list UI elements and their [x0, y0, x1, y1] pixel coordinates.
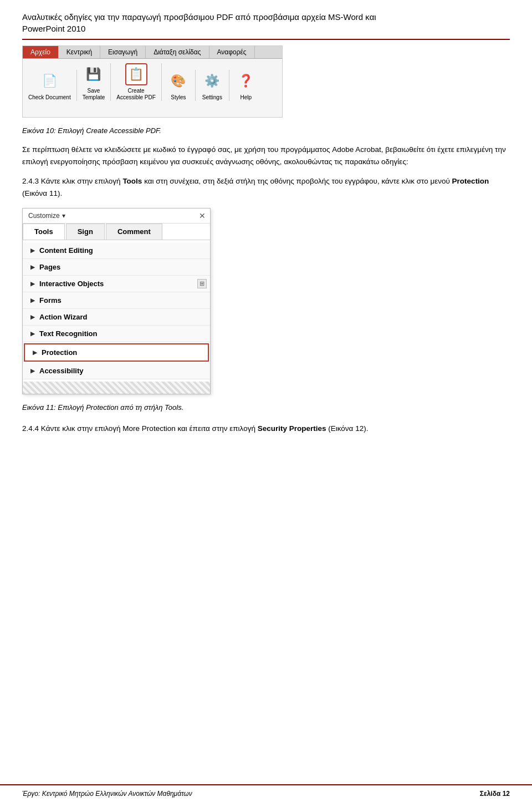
figure11-caption: Εικόνα 11: Επιλογή Protection από τη στή…	[22, 403, 510, 412]
step-243-number: 2.4.3	[22, 177, 39, 185]
arrow-icon-forms: ▶	[30, 297, 35, 303]
page-container: Αναλυτικές οδηγίες για την παραγωγή προσ…	[0, 0, 532, 802]
step-243-text-after: (Εικόνα 11).	[22, 189, 62, 197]
ribbon-tab-eisagogi[interactable]: Εισαγωγή	[100, 46, 146, 58]
help-label: Help	[241, 94, 252, 101]
menu-item-text-recognition[interactable]: ▶ Text Recognition	[23, 326, 210, 342]
save-template-label: SaveTemplate	[83, 88, 105, 101]
step-244: 2.4.4 Κάντε κλικ στην επιλογή More Prote…	[22, 423, 510, 435]
styles-icon[interactable]: 🎨	[167, 70, 190, 92]
page-title: Αναλυτικές οδηγίες για την παραγωγή προσ…	[22, 11, 510, 40]
ribbon-tab-diataxi[interactable]: Διάταξη σελίδας	[146, 46, 209, 58]
ribbon-body: 📄 Check Document 💾 SaveTemplate 📋 Create…	[23, 59, 282, 105]
grid-icon[interactable]: ⊞	[197, 279, 207, 288]
arrow-icon-pages: ▶	[30, 264, 35, 270]
menu-item-action-wizard[interactable]: ▶ Action Wizard	[23, 309, 210, 326]
ribbon-group-settings: ⚙️ Settings	[201, 70, 229, 101]
settings-label: Settings	[202, 94, 222, 101]
step-244-text-after: (Εικόνα 12).	[328, 424, 368, 433]
create-accessible-pdf-label: CreateAccessible PDF	[116, 88, 156, 101]
settings-icon[interactable]: ⚙️	[201, 70, 223, 92]
panel-customize-label[interactable]: Customize ▾	[23, 209, 210, 224]
check-document-icon[interactable]: 📄	[38, 70, 60, 92]
footer-right-text: Σελίδα 12	[480, 790, 510, 798]
step-244-text: Κάντε κλικ στην επιλογή More Protection …	[41, 424, 258, 433]
arrow-icon-action-wizard: ▶	[30, 314, 35, 320]
arrow-icon-content-editing: ▶	[30, 247, 35, 253]
step-243-text-middle: και στη συνέχεια, στη δεξιά στήλη της οθ…	[144, 177, 452, 185]
arrow-icon-accessibility: ▶	[30, 368, 35, 374]
ribbon-tabs: Αρχείο Κεντρική Εισαγωγή Διάταξη σελίδας…	[23, 46, 282, 59]
help-icon[interactable]: ❓	[235, 70, 257, 92]
arrow-icon-protection: ▶	[33, 349, 37, 356]
save-template-icon[interactable]: 💾	[83, 63, 105, 85]
step-243-text-before: Κάντε κλικ στην επιλογή	[41, 177, 123, 185]
arrow-icon-text-recognition: ▶	[30, 331, 35, 337]
tab-sign[interactable]: Sign	[66, 224, 105, 240]
step-244-number: 2.4.4	[22, 424, 39, 433]
menu-item-pages[interactable]: ▶ Pages	[23, 259, 210, 276]
arrow-icon-interactive-objects: ▶	[30, 281, 35, 287]
step-243: 2.4.3 Κάντε κλικ στην επιλογή Tools και …	[22, 175, 510, 199]
panel-footer	[23, 382, 210, 394]
ribbon-container: Αρχείο Κεντρική Εισαγωγή Διάταξη σελίδας…	[22, 45, 283, 118]
ribbon-group-create: 📋 CreateAccessible PDF	[116, 63, 162, 101]
step-243-bold-protection: Protection	[452, 177, 489, 185]
styles-label: Styles	[171, 94, 186, 101]
ribbon-group-styles: 🎨 Styles	[167, 70, 196, 101]
page-footer: Έργο: Κεντρικό Μητρώο Ελληνικών Ανοικτών…	[0, 784, 532, 802]
panel-close-button[interactable]: ✕	[199, 211, 206, 220]
tools-tabs: Tools Sign Comment	[23, 224, 210, 240]
tools-menu: ▶ Content Editing ▶ Pages ▶ Interactive …	[23, 240, 210, 382]
step-244-bold-security: Security Properties	[258, 424, 326, 433]
paragraph1: Σε περίπτωση θέλετε να κλειδώσετε με κωδ…	[22, 144, 510, 167]
ribbon-group-check: 📄 Check Document	[28, 70, 77, 101]
figure10-caption: Εικόνα 10: Επιλογή Create Accessible PDF…	[22, 126, 510, 135]
footer-left-text: Έργο: Κεντρικό Μητρώο Ελληνικών Ανοικτών…	[22, 790, 192, 798]
step-243-bold-tools: Tools	[122, 177, 142, 185]
menu-item-interactive-objects[interactable]: ▶ Interactive Objects	[23, 276, 210, 292]
tools-panel: ✕ Customize ▾ Tools Sign Comment ⊞ ▶ Con…	[22, 208, 211, 394]
ribbon-tab-arxeio[interactable]: Αρχείο	[23, 46, 59, 58]
menu-item-content-editing[interactable]: ▶ Content Editing	[23, 242, 210, 259]
ribbon-tab-kentriki[interactable]: Κεντρική	[59, 46, 100, 58]
tab-tools[interactable]: Tools	[23, 224, 65, 240]
menu-item-protection[interactable]: ▶ Protection	[24, 343, 209, 362]
tab-comment[interactable]: Comment	[106, 224, 162, 240]
menu-item-accessibility[interactable]: ▶ Accessibility	[23, 363, 210, 379]
ribbon-group-help: ❓ Help	[235, 70, 263, 101]
check-document-label: Check Document	[28, 94, 71, 101]
ribbon-tab-anafores[interactable]: Αναφορές	[209, 46, 255, 58]
create-accessible-pdf-icon[interactable]: 📋	[125, 63, 147, 85]
ribbon-group-save: 💾 SaveTemplate	[83, 63, 111, 101]
menu-item-forms[interactable]: ▶ Forms	[23, 292, 210, 309]
